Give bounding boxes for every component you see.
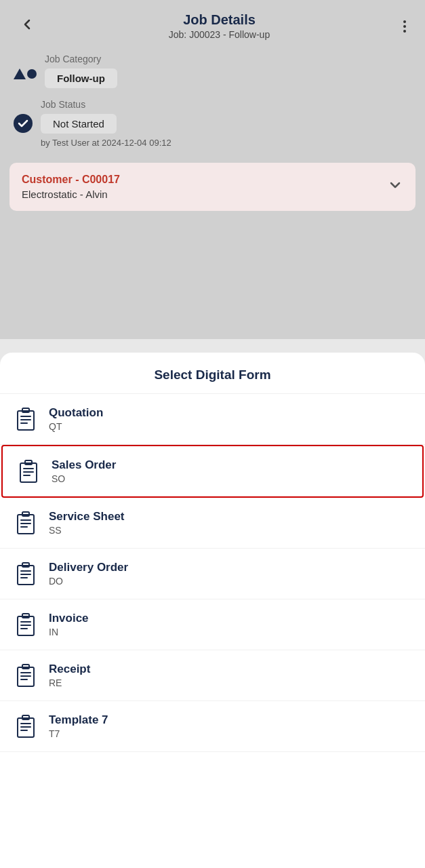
triangle-shape: [14, 68, 26, 79]
customer-id: C00017: [82, 174, 120, 185]
form-item-code: RE: [49, 677, 90, 688]
form-item-name: Service Sheet: [49, 510, 125, 524]
form-list-item[interactable]: Invoice IN: [0, 599, 425, 650]
customer-label: Customer - C00017: [22, 174, 120, 186]
page-subtitle: Job: J00023 - Follow-up: [41, 29, 398, 40]
more-icon: [403, 20, 406, 33]
form-item-name: Quotation: [49, 406, 103, 420]
category-icon: [14, 68, 37, 79]
form-item-text: Delivery Order DO: [49, 561, 128, 587]
form-icon: [14, 714, 38, 738]
form-item-code: T7: [49, 728, 108, 739]
form-item-text: Receipt RE: [49, 663, 90, 688]
form-item-text: Invoice IN: [49, 612, 89, 637]
chevron-down-icon: [387, 177, 403, 197]
form-item-code: QT: [49, 421, 103, 432]
back-button[interactable]: [14, 14, 41, 39]
form-item-name: Template 7: [49, 713, 108, 727]
form-item-code: IN: [49, 627, 89, 637]
form-list-item[interactable]: Quotation QT: [0, 394, 425, 445]
customer-info: Customer - C00017 Electrostatic - Alvin: [22, 174, 120, 200]
status-meta: by Test User at 2024-12-04 09:12: [41, 138, 411, 148]
status-badge: Not Started: [41, 114, 117, 134]
header-title-area: Job Details Job: J00023 - Follow-up: [41, 12, 398, 40]
bottom-sheet: Select Digital Form Quotation QT: [0, 353, 425, 868]
form-item-code: DO: [49, 576, 128, 587]
form-icon: [14, 407, 38, 431]
job-category-content: Job Category Follow-up: [45, 54, 411, 88]
form-item-text: Quotation QT: [49, 406, 103, 432]
form-item-text: Service Sheet SS: [49, 510, 125, 536]
form-icon: [14, 612, 38, 637]
form-icon: [16, 459, 41, 484]
customer-name: Electrostatic - Alvin: [22, 189, 120, 200]
form-list-item[interactable]: Service Sheet SS: [0, 498, 425, 549]
page-title: Job Details: [41, 12, 398, 28]
more-button[interactable]: [398, 18, 411, 35]
form-list-item[interactable]: Template 7 T7: [0, 701, 425, 752]
form-icon: [14, 511, 38, 535]
form-list-item[interactable]: Sales Order SO: [1, 445, 424, 498]
form-icon: [14, 561, 38, 586]
job-details-background: Job Details Job: J00023 - Follow-up Job …: [0, 0, 425, 339]
form-item-code: SS: [49, 525, 125, 536]
form-list-item[interactable]: Delivery Order DO: [0, 549, 425, 599]
header: Job Details Job: J00023 - Follow-up: [0, 0, 425, 47]
job-category-value: Follow-up: [45, 68, 117, 88]
form-item-code: SO: [52, 473, 116, 484]
form-item-text: Template 7 T7: [49, 713, 108, 739]
form-item-name: Delivery Order: [49, 561, 128, 574]
form-item-name: Receipt: [49, 663, 90, 676]
job-status-section: Job Status Not Started by Test User at 2…: [0, 94, 425, 156]
job-status-content: Job Status Not Started by Test User at 2…: [41, 99, 411, 148]
form-icon: [14, 663, 38, 688]
job-category-label: Job Category: [45, 54, 411, 64]
form-item-text: Sales Order SO: [52, 458, 116, 484]
status-check-icon: [14, 114, 33, 133]
form-list: Quotation QT Sales Order SO: [0, 394, 425, 752]
circle-shape: [27, 69, 37, 79]
form-item-name: Invoice: [49, 612, 89, 625]
form-list-item[interactable]: Receipt RE: [0, 650, 425, 701]
customer-card[interactable]: Customer - C00017 Electrostatic - Alvin: [9, 163, 416, 211]
form-item-name: Sales Order: [52, 458, 116, 472]
sheet-title: Select Digital Form: [0, 353, 425, 394]
job-status-label: Job Status: [41, 99, 411, 110]
job-category-section: Job Category Follow-up: [0, 47, 425, 94]
